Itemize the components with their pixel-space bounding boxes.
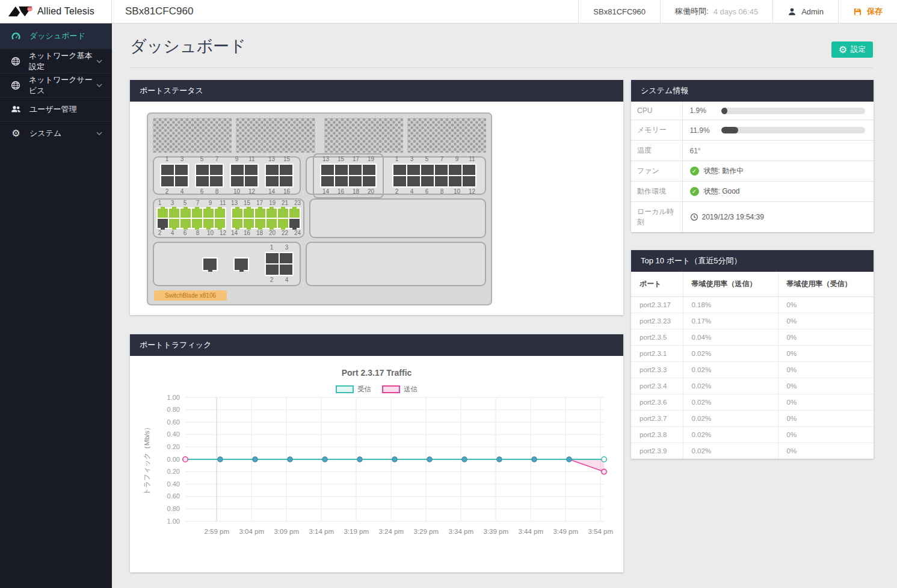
port[interactable] bbox=[180, 209, 191, 218]
port[interactable] bbox=[280, 265, 292, 275]
port[interactable] bbox=[435, 165, 448, 175]
port[interactable] bbox=[244, 209, 254, 218]
port[interactable] bbox=[363, 176, 375, 186]
sidebar-item-network-basic[interactable]: ネットワーク基本設定 bbox=[0, 49, 112, 73]
port[interactable] bbox=[266, 265, 279, 275]
settings-button[interactable]: ⚙ 設定 bbox=[831, 41, 873, 58]
port[interactable] bbox=[215, 219, 225, 228]
port[interactable] bbox=[349, 176, 362, 186]
port[interactable] bbox=[255, 219, 265, 228]
save-button[interactable]: 保存 bbox=[838, 0, 897, 23]
vent-grille bbox=[324, 118, 403, 153]
uptime: 稼働時間: 4 days 06:45 bbox=[660, 0, 772, 23]
port[interactable] bbox=[180, 219, 191, 228]
port[interactable] bbox=[363, 165, 375, 175]
port[interactable] bbox=[449, 176, 461, 186]
port[interactable] bbox=[203, 209, 214, 218]
port[interactable] bbox=[463, 165, 475, 175]
port-group: 5768 bbox=[195, 156, 224, 195]
table-row[interactable]: port2.3.230.17%0% bbox=[631, 313, 874, 329]
port[interactable] bbox=[232, 209, 242, 218]
port[interactable] bbox=[175, 165, 188, 175]
port[interactable] bbox=[407, 176, 420, 186]
port[interactable] bbox=[231, 165, 244, 175]
port[interactable] bbox=[196, 176, 209, 186]
sysinfo-row: メモリー11.9% bbox=[631, 120, 874, 141]
table-row[interactable]: port2.3.80.02%0% bbox=[631, 427, 874, 443]
port-number: 2 bbox=[160, 188, 174, 195]
port-number: 16 bbox=[280, 188, 294, 195]
table-row[interactable]: port2.3.50.04%0% bbox=[631, 329, 874, 346]
port-number: 12 bbox=[245, 188, 259, 195]
port[interactable] bbox=[231, 176, 244, 186]
port[interactable] bbox=[210, 176, 223, 186]
sidebar-item-user-management[interactable]: ユーザー管理 bbox=[0, 97, 112, 121]
port[interactable] bbox=[245, 165, 257, 175]
port[interactable] bbox=[278, 219, 288, 228]
sidebar-item-dashboard[interactable]: ダッシュボード bbox=[0, 23, 112, 49]
port[interactable] bbox=[421, 176, 434, 186]
sidebar-item-system[interactable]: ⚙ システム bbox=[0, 121, 112, 145]
port[interactable] bbox=[235, 259, 248, 270]
port[interactable] bbox=[203, 219, 214, 228]
port[interactable] bbox=[280, 176, 292, 186]
port[interactable] bbox=[335, 165, 348, 175]
port[interactable] bbox=[196, 165, 209, 175]
port[interactable] bbox=[158, 209, 168, 218]
bandwidth-cell: 0% bbox=[778, 427, 874, 443]
port[interactable] bbox=[255, 209, 265, 218]
sidebar-item-network-services[interactable]: ネットワークサービス bbox=[0, 73, 112, 97]
port[interactable] bbox=[280, 165, 292, 175]
user-menu[interactable]: Admin bbox=[772, 0, 838, 23]
port[interactable] bbox=[161, 176, 174, 186]
port[interactable] bbox=[192, 219, 202, 228]
port[interactable] bbox=[421, 165, 434, 175]
check-icon bbox=[690, 167, 699, 176]
port[interactable] bbox=[232, 219, 242, 228]
table-row[interactable]: port2.3.70.02%0% bbox=[631, 411, 874, 427]
port[interactable] bbox=[267, 219, 277, 228]
port[interactable] bbox=[449, 165, 461, 175]
table-row[interactable]: port2.3.90.02%0% bbox=[631, 443, 874, 459]
port[interactable] bbox=[266, 253, 279, 263]
table-row[interactable]: port2.3.40.02%0% bbox=[631, 378, 874, 394]
port[interactable] bbox=[321, 176, 334, 186]
port[interactable] bbox=[215, 209, 225, 218]
port[interactable] bbox=[161, 165, 174, 175]
port[interactable] bbox=[203, 259, 217, 270]
port[interactable] bbox=[244, 219, 254, 228]
port[interactable] bbox=[267, 209, 277, 218]
table-row[interactable]: port2.3.170.18%0% bbox=[631, 297, 874, 313]
port[interactable] bbox=[435, 176, 448, 186]
port[interactable] bbox=[280, 253, 292, 263]
legend-item[interactable]: 送信 bbox=[382, 385, 418, 394]
port[interactable] bbox=[175, 176, 188, 186]
port[interactable] bbox=[210, 165, 223, 175]
port[interactable] bbox=[289, 209, 300, 218]
port[interactable] bbox=[266, 165, 279, 175]
port-group: 1315171914161820 bbox=[313, 153, 384, 198]
table-row[interactable]: port2.3.30.02%0% bbox=[631, 362, 874, 378]
port[interactable] bbox=[407, 165, 420, 175]
port[interactable] bbox=[192, 209, 202, 218]
chevron-down-icon bbox=[96, 84, 102, 87]
svg-text:3:39 pm: 3:39 pm bbox=[483, 528, 508, 535]
port-number: 5 bbox=[420, 156, 434, 163]
port[interactable] bbox=[321, 165, 334, 175]
port[interactable] bbox=[289, 219, 300, 228]
port[interactable] bbox=[463, 176, 475, 186]
port[interactable] bbox=[278, 209, 288, 218]
port-number: 6 bbox=[179, 230, 191, 237]
port[interactable] bbox=[169, 219, 179, 228]
port[interactable] bbox=[169, 209, 179, 218]
port[interactable] bbox=[158, 219, 168, 228]
port[interactable] bbox=[335, 176, 348, 186]
port[interactable] bbox=[266, 176, 279, 186]
table-row[interactable]: port2.3.10.02%0% bbox=[631, 346, 874, 362]
table-row[interactable]: port2.3.60.02%0% bbox=[631, 394, 874, 411]
port[interactable] bbox=[393, 176, 406, 186]
port[interactable] bbox=[393, 165, 406, 175]
port[interactable] bbox=[349, 165, 362, 175]
port[interactable] bbox=[245, 176, 257, 186]
legend-item[interactable]: 受信 bbox=[336, 385, 371, 394]
